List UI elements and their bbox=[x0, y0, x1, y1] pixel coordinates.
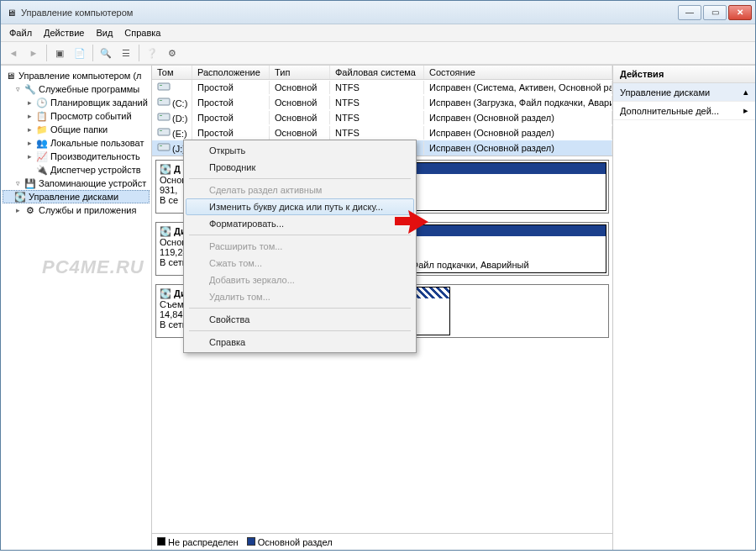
ctx-properties[interactable]: Свойства bbox=[186, 311, 414, 328]
maximize-button[interactable]: ▭ bbox=[703, 5, 727, 20]
window-title: Управление компьютером bbox=[21, 8, 678, 18]
drive-icon bbox=[157, 127, 172, 137]
titlebar[interactable]: 🖥 Управление компьютером — ▭ ✕ bbox=[1, 1, 755, 24]
svg-marker-10 bbox=[395, 210, 428, 234]
refresh-button[interactable]: 🔍 bbox=[97, 44, 115, 62]
diskmgmt-icon: 💽 bbox=[14, 191, 26, 203]
svg-rect-3 bbox=[160, 100, 162, 101]
ctx-help[interactable]: Справка bbox=[186, 334, 414, 351]
clock-icon: 🕒 bbox=[36, 97, 48, 108]
drive-icon bbox=[157, 97, 172, 107]
storage-icon: 💾 bbox=[24, 177, 36, 189]
actions-header: Действия bbox=[613, 66, 755, 83]
menu-file[interactable]: Файл bbox=[4, 26, 37, 40]
chevron-right-icon: ▸ bbox=[743, 105, 748, 116]
tree-perf[interactable]: ▸📈Производительность bbox=[3, 150, 150, 163]
forward-button[interactable]: ► bbox=[24, 44, 43, 62]
tree-diskmgmt[interactable]: 💽Управление дисками bbox=[3, 190, 150, 203]
menubar: Файл Действие Вид Справка bbox=[1, 24, 755, 41]
legend-primary: Основной раздел bbox=[258, 537, 333, 547]
legend-unallocated: Не распределен bbox=[168, 537, 239, 547]
tree-services[interactable]: ▸⚙Службы и приложения bbox=[3, 203, 150, 217]
svg-rect-4 bbox=[158, 113, 170, 120]
back-button[interactable]: ◄ bbox=[4, 44, 23, 62]
services-icon: ⚙ bbox=[24, 204, 36, 216]
computer-icon: 🖥 bbox=[4, 70, 16, 82]
col-fs[interactable]: Файловая система bbox=[330, 66, 424, 79]
minimize-button[interactable]: — bbox=[678, 5, 701, 20]
svg-rect-0 bbox=[158, 83, 170, 90]
tree-root[interactable]: 🖥Управление компьютером (л bbox=[3, 69, 150, 82]
ctx-change-letter[interactable]: Изменить букву диска или путь к диску... bbox=[186, 198, 414, 215]
device-icon: 🔌 bbox=[36, 164, 48, 176]
menu-action[interactable]: Действие bbox=[39, 26, 89, 40]
users-icon: 👥 bbox=[36, 137, 48, 149]
svg-rect-8 bbox=[158, 144, 170, 150]
col-type[interactable]: Тип bbox=[270, 66, 330, 79]
ctx-format[interactable]: Форматировать... bbox=[186, 215, 414, 232]
tree-scheduler[interactable]: ▸🕒Планировщик заданий bbox=[3, 96, 150, 109]
tree-users[interactable]: ▸👥Локальные пользоват bbox=[3, 136, 150, 150]
ctx-open[interactable]: Открыть bbox=[186, 142, 414, 159]
col-volume[interactable]: Том bbox=[152, 66, 192, 79]
app-icon: 🖥 bbox=[4, 6, 18, 19]
ctx-extend: Расширить том... bbox=[186, 238, 414, 255]
actions-panel: Действия Управление дисками▴ Дополнитель… bbox=[612, 66, 755, 550]
annotation-arrow bbox=[395, 210, 428, 237]
help-button[interactable]: ❔ bbox=[143, 44, 161, 62]
tree-storage[interactable]: ▿💾Запоминающие устройст bbox=[3, 177, 150, 190]
tools-icon: 🔧 bbox=[24, 83, 36, 95]
col-status[interactable]: Состояние bbox=[424, 66, 612, 79]
svg-rect-2 bbox=[158, 98, 170, 105]
tree-eventviewer[interactable]: ▸📋Просмотр событий bbox=[3, 109, 150, 123]
close-button[interactable]: ✕ bbox=[728, 5, 752, 20]
tree-system-tools[interactable]: ▿🔧Служебные программы bbox=[3, 82, 150, 96]
settings-button[interactable]: ⚙ bbox=[163, 44, 181, 62]
perf-icon: 📈 bbox=[36, 150, 48, 162]
properties-button[interactable]: 📄 bbox=[71, 44, 89, 62]
action-more[interactable]: Дополнительные дей...▸ bbox=[613, 102, 755, 120]
svg-rect-5 bbox=[160, 115, 162, 116]
up-button[interactable]: ▣ bbox=[50, 44, 69, 62]
menu-help[interactable]: Справка bbox=[119, 26, 165, 40]
tree-shared[interactable]: ▸📁Общие папки bbox=[3, 123, 150, 136]
svg-rect-1 bbox=[160, 85, 162, 86]
folder-icon: 📁 bbox=[36, 124, 48, 135]
menu-view[interactable]: Вид bbox=[91, 26, 118, 40]
volume-header[interactable]: Том Расположение Тип Файловая система Со… bbox=[152, 66, 612, 80]
col-layout[interactable]: Расположение bbox=[192, 66, 270, 79]
drive-icon bbox=[157, 82, 172, 92]
volume-row[interactable]: ПростойОсновнойNTFSИсправен (Система, Ак… bbox=[152, 80, 612, 95]
action-diskmgmt[interactable]: Управление дисками▴ bbox=[613, 83, 755, 102]
drive-icon bbox=[157, 112, 172, 122]
svg-rect-9 bbox=[160, 145, 162, 146]
ctx-mirror: Добавить зеркало... bbox=[186, 272, 414, 288]
volume-row[interactable]: (D:)ПростойОсновнойNTFSИсправен (Основно… bbox=[152, 110, 612, 125]
svg-rect-6 bbox=[158, 129, 170, 135]
context-menu[interactable]: Открыть Проводник Сделать раздел активны… bbox=[183, 140, 417, 353]
toolbar: ◄ ► ▣ 📄 🔍 ☰ ❔ ⚙ bbox=[1, 41, 755, 65]
legend: Не распределен Основной раздел bbox=[152, 533, 612, 550]
list-button[interactable]: ☰ bbox=[117, 44, 135, 62]
ctx-delete: Удалить том... bbox=[186, 288, 414, 305]
drive-icon bbox=[157, 142, 172, 152]
collapse-icon: ▴ bbox=[743, 87, 748, 98]
volume-row[interactable]: (C:)ПростойОсновнойNTFSИсправен (Загрузк… bbox=[152, 95, 612, 110]
eventlog-icon: 📋 bbox=[36, 110, 48, 122]
svg-rect-7 bbox=[160, 130, 162, 131]
ctx-explorer[interactable]: Проводник bbox=[186, 159, 414, 176]
ctx-make-active: Сделать раздел активным bbox=[186, 182, 414, 198]
volume-row[interactable]: (E:)ПростойОсновнойNTFSИсправен (Основно… bbox=[152, 125, 612, 140]
tree-devmgr[interactable]: 🔌Диспетчер устройств bbox=[3, 163, 150, 177]
tree-panel[interactable]: 🖥Управление компьютером (л ▿🔧Служебные п… bbox=[1, 66, 152, 550]
watermark: PC4ME.RU bbox=[42, 256, 144, 278]
ctx-shrink: Сжать том... bbox=[186, 255, 414, 272]
